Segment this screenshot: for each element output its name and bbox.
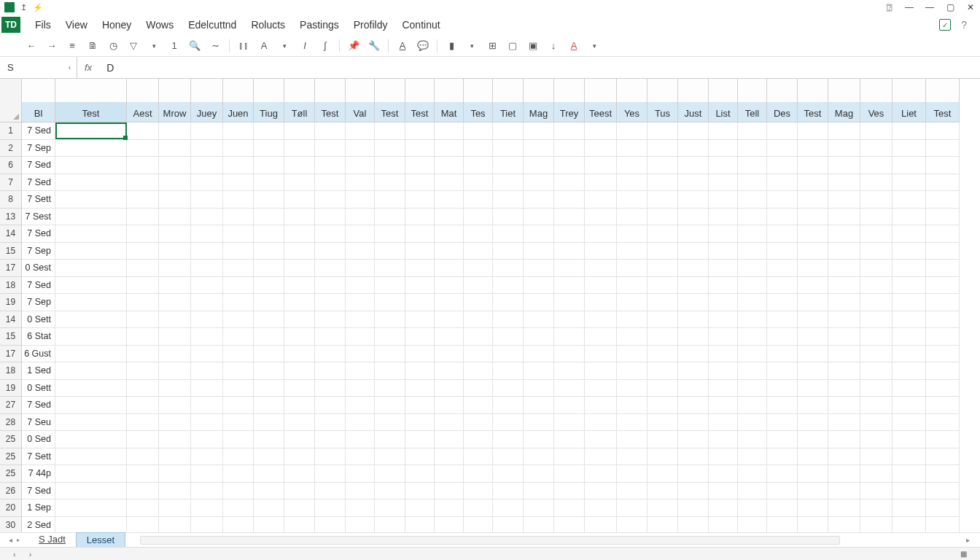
cell[interactable] [709,362,738,380]
cell[interactable] [223,448,254,466]
cell[interactable] [464,311,493,329]
cell[interactable] [405,260,435,277]
cell[interactable] [798,157,828,174]
row-header[interactable]: 28 [0,414,22,432]
filter-icon[interactable]: ▽ [127,39,140,52]
cell[interactable] [191,225,223,243]
cell[interactable] [493,294,524,311]
spreadsheet-grid[interactable]: BlTestAestMrowJueyJuenTiugTøllTestValTes… [0,79,980,532]
cell[interactable] [284,294,315,311]
column-header[interactable]: Test [405,79,435,122]
cell[interactable] [678,346,709,363]
cell[interactable] [346,277,375,295]
cell[interactable] [767,380,798,397]
row-header[interactable]: 14 [0,225,22,243]
cell[interactable] [223,311,254,329]
cell[interactable] [55,414,127,432]
cell[interactable] [678,517,709,533]
cell[interactable] [223,483,254,500]
cell[interactable] [315,174,346,192]
cell[interactable] [375,465,405,483]
cell[interactable]: 0 Sett [22,311,55,329]
cell[interactable] [585,191,617,209]
cell[interactable] [798,243,828,260]
cell[interactable] [435,380,464,397]
cell[interactable] [554,499,585,517]
cell[interactable] [375,431,405,448]
cell[interactable] [524,122,554,140]
cell[interactable] [315,328,346,346]
cell[interactable] [159,414,191,432]
cell[interactable] [617,431,648,448]
cell[interactable] [892,499,926,517]
cell[interactable] [405,448,435,466]
font-icon[interactable]: A [257,39,271,52]
cell[interactable] [828,465,860,483]
cell[interactable] [554,380,585,397]
cell[interactable] [493,448,524,466]
cell[interactable] [709,174,738,192]
cell[interactable] [55,157,127,174]
cell[interactable] [617,465,648,483]
row-header[interactable]: 25 [0,431,22,448]
cell[interactable] [284,465,315,483]
cell[interactable] [767,499,798,517]
cell[interactable] [284,122,315,140]
cell[interactable] [127,414,159,432]
row-header[interactable]: 18 [0,362,22,380]
font-color-icon[interactable]: A [396,39,409,52]
cell[interactable] [648,243,678,260]
cell[interactable] [798,465,828,483]
row-header[interactable]: 14 [0,311,22,329]
chevron-down-icon[interactable]: ▾ [465,39,478,52]
cell[interactable] [159,448,191,466]
cell[interactable] [55,448,127,466]
cell[interactable] [284,483,315,500]
cell[interactable] [554,174,585,192]
minimize-button[interactable]: — [904,2,914,12]
cell[interactable] [315,414,346,432]
cell[interactable] [585,243,617,260]
column-header[interactable]: Liet [892,79,926,122]
cell[interactable] [678,277,709,295]
column-header[interactable]: Mag [828,79,860,122]
cell[interactable] [860,191,892,209]
cell[interactable] [828,157,860,174]
cell[interactable] [860,499,892,517]
cell[interactable] [926,209,960,226]
cell[interactable] [767,140,798,158]
cell[interactable] [648,209,678,226]
cell[interactable] [860,225,892,243]
cell[interactable] [926,431,960,448]
cell[interactable] [191,431,223,448]
cell[interactable] [493,465,524,483]
cell[interactable] [524,174,554,192]
cell[interactable] [127,483,159,500]
cell[interactable] [315,260,346,277]
row-header[interactable]: 17 [0,260,22,277]
cell[interactable] [709,517,738,533]
cell[interactable] [828,260,860,277]
column-header[interactable]: Aest [127,79,159,122]
cell[interactable] [828,483,860,500]
cell[interactable] [191,174,223,192]
cell[interactable] [127,122,159,140]
cell[interactable] [315,499,346,517]
row-header[interactable]: 15 [0,243,22,260]
pin-icon[interactable]: 📌 [347,39,360,52]
cell[interactable] [678,397,709,414]
cell[interactable] [709,465,738,483]
cell[interactable] [127,209,159,226]
cell[interactable] [284,362,315,380]
cell[interactable] [435,294,464,311]
cell[interactable] [554,517,585,533]
cell[interactable] [405,122,435,140]
cell[interactable] [892,243,926,260]
cell[interactable] [860,346,892,363]
cell[interactable] [127,294,159,311]
cell[interactable]: 7 Sep [22,140,55,158]
cell[interactable] [892,122,926,140]
cell[interactable] [617,191,648,209]
sheet-tab-2[interactable]: Lesset [76,532,125,548]
cell[interactable] [767,517,798,533]
